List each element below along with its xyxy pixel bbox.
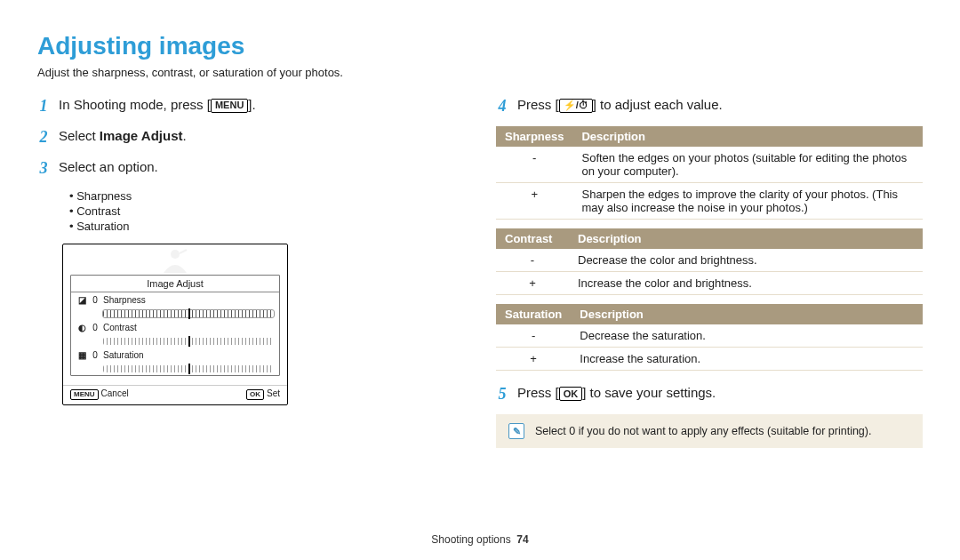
step-2: 2 Select Image Adjust.	[37, 126, 443, 148]
contrast-value: 0	[92, 323, 99, 332]
step-number: 3	[37, 157, 50, 180]
set-label: Set	[267, 388, 280, 398]
cell-key: +	[496, 348, 571, 371]
step-5-text-post: ] to save your settings.	[582, 385, 716, 400]
bullet-item: Saturation	[69, 220, 443, 233]
left-column: 1 In Shooting mode, press [MENU]. 2 Sele…	[37, 95, 443, 448]
menu-key-icon: MENU	[211, 99, 248, 113]
step-2-text-pre: Select	[59, 128, 100, 143]
step-3: 3 Select an option.	[37, 157, 443, 180]
cell-key: -	[496, 147, 572, 183]
screenshot-footer: MENUCancel OKSet	[63, 385, 287, 404]
sharpness-table: SharpnessDescription -Soften the edges o…	[496, 126, 923, 220]
adjust-panel: Image Adjust ◪0Sharpness ◐0Contrast ▦0Sa…	[70, 275, 280, 376]
saturation-slider	[103, 365, 274, 372]
sharpness-icon: ◪	[76, 295, 87, 305]
cell-key: +	[496, 183, 572, 220]
th-right: Description	[569, 228, 923, 249]
saturation-table: SaturationDescription -Decrease the satu…	[496, 304, 923, 371]
bullet-item: Contrast	[69, 204, 443, 218]
screenshot-preview	[63, 244, 287, 275]
bullet-item: Sharpness	[69, 189, 443, 203]
cell-desc: Increase the color and brightness.	[569, 272, 923, 295]
panel-title: Image Adjust	[71, 276, 279, 292]
cell-desc: Decrease the color and brightness.	[569, 249, 923, 272]
cell-desc: Soften the edges on your photos (suitabl…	[572, 147, 923, 183]
option-bullets: Sharpness Contrast Saturation	[69, 189, 443, 233]
step-4-text-pre: Press [	[517, 97, 559, 112]
step-1-text-pre: In Shooting mode, press [	[59, 97, 211, 112]
cell-desc: Decrease the saturation.	[571, 324, 923, 348]
step-2-text-post: .	[183, 128, 187, 143]
th-right: Description	[572, 126, 923, 147]
step-3-text: Select an option.	[59, 157, 158, 176]
cell-desc: Sharpen the edges to improve the clarity…	[572, 183, 923, 220]
step-number: 2	[37, 126, 50, 148]
cell-key: -	[496, 324, 571, 348]
saturation-label: Saturation	[103, 350, 144, 360]
right-column: 4 Press [⚡/⏱] to adjust each value. Shar…	[496, 95, 923, 448]
step-5-text-pre: Press [	[517, 385, 559, 400]
step-number: 5	[496, 383, 508, 405]
step-4-text-post: ] to adjust each value.	[593, 97, 723, 112]
contrast-label: Contrast	[103, 323, 144, 332]
page-footer: Shooting options 74	[0, 533, 960, 546]
step-1: 1 In Shooting mode, press [MENU].	[37, 95, 443, 117]
contrast-slider	[103, 338, 274, 345]
th-left: Sharpness	[496, 126, 572, 147]
cell-desc: Increase the saturation.	[571, 348, 923, 371]
panel-row: ▦0Saturation	[71, 348, 279, 375]
menu-key-icon: MENU	[70, 389, 99, 400]
th-left: Contrast	[496, 228, 569, 249]
note-icon: ✎	[508, 423, 524, 439]
th-right: Description	[571, 304, 923, 324]
panel-row: ◪0Sharpness	[71, 292, 279, 320]
camera-screenshot: Image Adjust ◪0Sharpness ◐0Contrast ▦0Sa…	[62, 244, 288, 405]
page-title: Adjusting images	[37, 32, 923, 60]
cancel-label: Cancel	[101, 388, 129, 398]
step-2-bold: Image Adjust	[100, 128, 183, 143]
step-1-text-post: ].	[248, 97, 255, 112]
saturation-value: 0	[92, 350, 99, 360]
ok-key-icon: OK	[559, 387, 583, 401]
sharpness-value: 0	[92, 295, 99, 305]
ok-key-icon: OK	[246, 389, 264, 400]
intro-text: Adjust the sharpness, contrast, or satur…	[37, 66, 923, 79]
contrast-icon: ◐	[76, 323, 87, 332]
step-number: 1	[37, 95, 50, 117]
note-box: ✎ Select 0 if you do not want to apply a…	[496, 414, 923, 448]
note-text: Select 0 if you do not want to apply any…	[535, 425, 871, 437]
flash-timer-key-icon: ⚡/⏱	[559, 99, 593, 113]
step-number: 4	[496, 95, 508, 117]
content-columns: 1 In Shooting mode, press [MENU]. 2 Sele…	[37, 95, 923, 448]
step-5: 5 Press [OK] to save your settings.	[496, 383, 923, 405]
th-left: Saturation	[496, 304, 571, 324]
footer-section: Shooting options	[431, 533, 510, 546]
saturation-icon: ▦	[76, 350, 87, 360]
footer-page: 74	[516, 533, 528, 546]
cell-key: +	[496, 272, 569, 295]
contrast-table: ContrastDescription -Decrease the color …	[496, 228, 923, 295]
cell-key: -	[496, 249, 569, 272]
sharpness-label: Sharpness	[103, 295, 146, 305]
svg-point-0	[171, 250, 180, 259]
panel-row: ◐0Contrast	[71, 320, 279, 348]
step-4: 4 Press [⚡/⏱] to adjust each value.	[496, 95, 923, 117]
sharpness-slider	[103, 310, 274, 317]
